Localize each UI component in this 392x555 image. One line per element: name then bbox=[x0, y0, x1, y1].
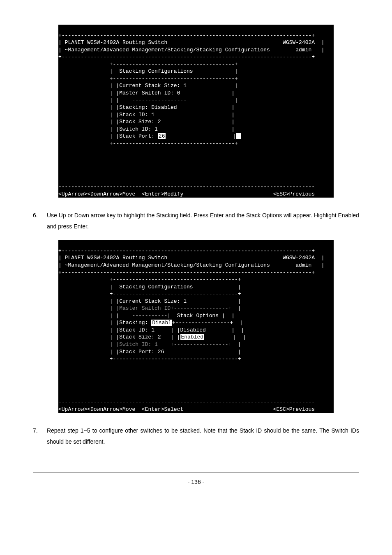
term1-stack-size: |Stack Size: 2 bbox=[116, 119, 161, 125]
term2-enabled-lbl: | bbox=[177, 334, 180, 340]
term2-box-title: Stacking Configurations bbox=[119, 284, 193, 290]
term1-switch-id: |Switch ID: 1 bbox=[116, 126, 157, 132]
term1-master-switch: |Master Switch ID: 0 bbox=[116, 90, 180, 96]
step-6-text: Use Up or Down arrow key to highlight th… bbox=[47, 210, 359, 232]
term1-stack-port-lbl: |Stack Port: bbox=[116, 133, 157, 139]
term2-footer-left: <UpArrow><DownArrow>Move <Enter>Select bbox=[58, 406, 183, 412]
term1-box-title: Stacking Configurations bbox=[119, 68, 193, 74]
term1-title-right: WGSW-2402A bbox=[283, 39, 315, 46]
term2-stack-size: |Stack Size: 2 | bbox=[116, 334, 173, 340]
term2-stacking-lbl: |Stacking: bbox=[116, 320, 151, 326]
term2-stack-port: |Stack Port: 26 bbox=[116, 349, 164, 355]
term1-path: ~Management/Advanced Management/Stacking… bbox=[65, 47, 270, 53]
step-6-num: 6. bbox=[33, 210, 45, 221]
step-6: 6. Use Up or Down arrow key to highlight… bbox=[33, 210, 359, 232]
step-7-text: Repeat step 1~5 to configure other switc… bbox=[47, 425, 359, 447]
page-footer: - 136 - bbox=[33, 472, 359, 485]
terminal-screenshot-1: +---------------------------------------… bbox=[58, 25, 334, 198]
terminal-screenshot-2: +---------------------------------------… bbox=[58, 240, 334, 413]
term2-path: ~Management/Advanced Management/Stacking… bbox=[65, 262, 270, 268]
term2-stacking-val: Disabl bbox=[151, 320, 172, 326]
term1-footer-right: <ESC>Previous bbox=[273, 191, 315, 197]
term2-master-switch: |Master Switch ID+-----------------+ bbox=[116, 305, 231, 311]
term2-footer-right: <ESC>Previous bbox=[273, 406, 315, 412]
term2-stacking-after: +-----------------+ bbox=[172, 320, 233, 326]
term1-stacking: |Stacking: Disabled bbox=[116, 104, 177, 111]
term2-title-left: PLANET WGSW-2402A Routing Switch bbox=[65, 255, 168, 261]
term1-divider: ----------------- bbox=[132, 97, 187, 103]
term1-user: admin bbox=[295, 47, 311, 53]
term1-stack-port-val: 26 bbox=[158, 133, 166, 139]
term2-cur-stack-size: |Current Stack Size: 1 bbox=[116, 298, 187, 304]
term2-disabled: |Disabled bbox=[177, 327, 206, 333]
term2-stack-id: |Stack ID: 1 | bbox=[116, 327, 173, 333]
term1-title-left: PLANET WGSW-2402A Routing Switch bbox=[65, 39, 168, 46]
page-number: - 136 - bbox=[188, 479, 204, 485]
term2-user: admin bbox=[295, 262, 311, 268]
term2-title-right: WGSW-2402A bbox=[283, 255, 315, 261]
step-7: 7. Repeat step 1~5 to configure other sw… bbox=[33, 425, 359, 447]
term2-switch-id: |Switch ID: 1 +-----------------+ bbox=[116, 341, 231, 348]
term1-footer-left: <UpArrow><DownArrow>Move <Enter>Modify bbox=[58, 191, 183, 197]
term1-cur-stack-size: |Current Stack Size: 1 bbox=[116, 83, 187, 89]
step-7-num: 7. bbox=[33, 425, 45, 436]
term2-stack-opt: -----------| Stack Options | bbox=[132, 313, 225, 319]
term2-enabled-val: Enabled bbox=[180, 334, 205, 340]
term1-stack-id: |Stack ID: 1 bbox=[116, 112, 154, 118]
